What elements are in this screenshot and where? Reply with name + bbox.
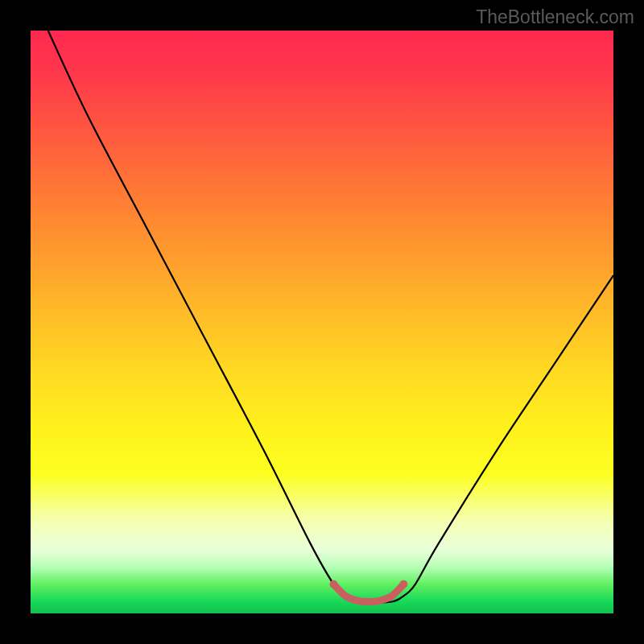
highlight-segment-line	[333, 584, 403, 602]
watermark-text: TheBottleneck.com	[476, 6, 634, 28]
chart-svg	[31, 31, 613, 613]
highlight-start-dot	[329, 580, 337, 588]
highlight-end-dot	[399, 580, 407, 588]
bottleneck-curve-line	[48, 31, 613, 602]
